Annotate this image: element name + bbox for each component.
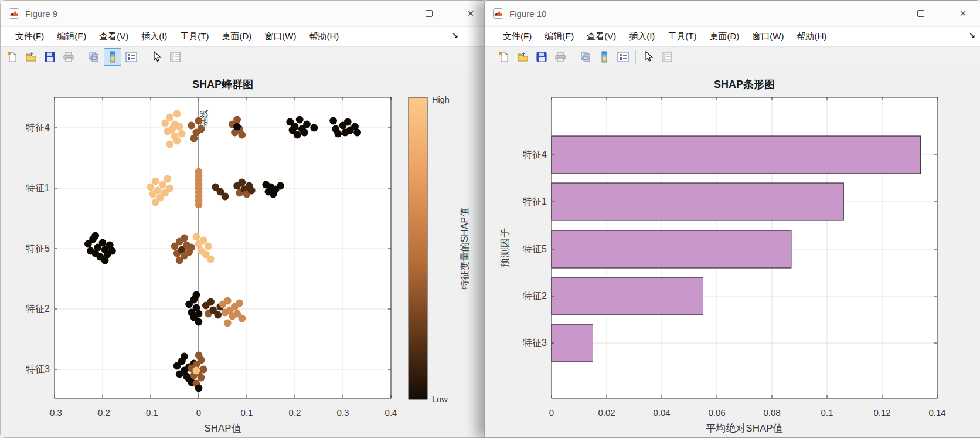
svg-text:0: 0 <box>196 408 201 417</box>
link-plot-icon <box>580 51 591 63</box>
bar-特征2[interactable] <box>552 277 703 315</box>
colorbar-high-label: High <box>432 95 450 104</box>
figure9-toolbar <box>1 47 484 67</box>
menu-window[interactable]: 窗口(W) <box>746 27 790 46</box>
figure10-toolbar <box>485 47 980 67</box>
figure10-titlebar[interactable]: Figure 10 × <box>485 1 980 26</box>
print-figure-icon <box>63 51 74 63</box>
toolbar-separator <box>144 50 144 64</box>
svg-text:0.14: 0.14 <box>928 408 945 417</box>
minimize-button[interactable] <box>867 1 894 26</box>
svg-text:特征2: 特征2 <box>522 291 547 301</box>
print-figure-button[interactable] <box>552 48 569 66</box>
save-figure-button[interactable] <box>533 48 550 66</box>
menu-tools[interactable]: 工具(T) <box>173 27 215 46</box>
colorbar-low-label: Low <box>432 395 448 404</box>
bar-title: SHAP条形图 <box>714 79 775 90</box>
bar-plot[interactable]: SHAP条形图00.020.040.060.080.10.120.14特征4特征… <box>485 66 979 437</box>
menu-tools[interactable]: 工具(T) <box>661 27 703 46</box>
svg-text:0.3: 0.3 <box>337 408 349 417</box>
link-plot-icon <box>88 51 100 63</box>
insert-colorbar-button[interactable] <box>104 48 121 66</box>
minimize-icon <box>386 13 392 13</box>
svg-text:-0.3: -0.3 <box>47 408 62 417</box>
beeswarm-xlabel: SHAP值 <box>204 423 241 434</box>
menu-insert[interactable]: 插入(I) <box>622 27 661 46</box>
maximize-button[interactable] <box>907 1 934 26</box>
figure9-canvas: 基线SHAP蜂群图-0.3-0.2-0.100.10.20.30.4特征4特征1… <box>1 66 484 437</box>
svg-text:0.12: 0.12 <box>873 408 890 417</box>
close-button[interactable]: × <box>950 1 976 26</box>
save-figure-icon <box>536 51 547 63</box>
svg-text:0.06: 0.06 <box>708 408 725 417</box>
menu-file[interactable]: 文件(F) <box>9 27 50 46</box>
menu-desktop[interactable]: 桌面(D) <box>215 27 258 46</box>
toolbar-separator <box>573 50 573 64</box>
svg-text:0: 0 <box>549 408 554 417</box>
open-file-button[interactable] <box>22 48 40 66</box>
menu-help[interactable]: 帮助(H) <box>790 27 833 46</box>
new-figure-button[interactable] <box>4 48 21 66</box>
property-inspector-icon <box>661 51 673 63</box>
new-figure-button[interactable] <box>495 48 513 66</box>
insert-legend-button[interactable] <box>614 48 632 66</box>
colorbar-label: 特征变量的SHAP值 <box>460 208 469 290</box>
figure9-menubar: 文件(F) 编辑(E) 查看(V) 插入(I) 工具(T) 桌面(D) 窗口(W… <box>1 26 484 47</box>
svg-text:-0.2: -0.2 <box>95 408 110 417</box>
svg-text:特征4: 特征4 <box>25 123 50 133</box>
matlab-icon <box>9 8 19 19</box>
svg-text:0.04: 0.04 <box>653 408 670 417</box>
insert-legend-button[interactable] <box>122 48 140 66</box>
menu-insert[interactable]: 插入(I) <box>135 27 173 46</box>
link-plot-button[interactable] <box>85 48 103 66</box>
link-plot-button[interactable] <box>577 48 594 66</box>
menu-desktop[interactable]: 桌面(D) <box>703 27 746 46</box>
bar-特征5[interactable] <box>552 230 791 268</box>
insert-legend-icon <box>125 51 137 63</box>
svg-text:特征4: 特征4 <box>522 150 547 159</box>
svg-text:0.2: 0.2 <box>289 408 301 417</box>
svg-text:0.02: 0.02 <box>598 408 615 417</box>
svg-text:特征1: 特征1 <box>522 196 547 206</box>
insert-legend-icon <box>617 51 629 63</box>
menu-edit[interactable]: 编辑(E) <box>50 27 93 46</box>
menu-help[interactable]: 帮助(H) <box>302 27 345 46</box>
save-figure-button[interactable] <box>41 48 59 66</box>
figure9-titlebar[interactable]: Figure 9 × <box>1 1 484 26</box>
bar-特征4[interactable] <box>552 136 921 174</box>
print-figure-button[interactable] <box>60 48 77 66</box>
svg-text:特征1: 特征1 <box>25 183 50 193</box>
menu-overflow-icon[interactable]: ↘ <box>452 31 458 40</box>
menu-window[interactable]: 窗口(W) <box>258 27 302 46</box>
window-title: Figure 10 <box>509 9 546 19</box>
property-inspector-button[interactable] <box>658 48 676 66</box>
toolbar-separator <box>635 50 636 64</box>
beeswarm-plot[interactable]: 基线SHAP蜂群图-0.3-0.2-0.100.10.20.30.4特征4特征1… <box>1 66 484 437</box>
window-title: Figure 9 <box>25 9 57 19</box>
menu-view[interactable]: 查看(V) <box>580 27 622 46</box>
colorbar[interactable] <box>409 97 427 399</box>
property-inspector-icon <box>169 51 181 63</box>
edit-plot-button[interactable] <box>639 48 657 66</box>
print-figure-icon <box>554 51 566 63</box>
menu-view[interactable]: 查看(V) <box>93 27 135 46</box>
open-file-button[interactable] <box>514 48 532 66</box>
svg-text:特征2: 特征2 <box>25 304 50 314</box>
minimize-button[interactable] <box>375 1 402 26</box>
desktop: Figure 9 × 文件(F) 编辑(E) 查看(V) 插入(I) 工具(T)… <box>0 0 980 438</box>
matlab-icon <box>493 8 503 19</box>
edit-plot-button[interactable] <box>148 48 165 66</box>
menu-edit[interactable]: 编辑(E) <box>538 27 580 46</box>
insert-colorbar-button[interactable] <box>596 48 613 66</box>
edit-plot-cursor-icon <box>151 51 162 63</box>
svg-text:0.1: 0.1 <box>241 408 253 417</box>
new-figure-icon <box>6 51 18 63</box>
beeswarm-title: SHAP蜂群图 <box>192 79 253 90</box>
close-button[interactable]: × <box>457 1 484 26</box>
menu-file[interactable]: 文件(F) <box>496 27 538 46</box>
bar-特征1[interactable] <box>552 183 843 220</box>
property-inspector-button[interactable] <box>166 48 184 66</box>
maximize-button[interactable] <box>416 1 443 26</box>
bar-特征3[interactable] <box>552 324 593 362</box>
menu-overflow-icon[interactable]: ↘ <box>969 31 975 40</box>
